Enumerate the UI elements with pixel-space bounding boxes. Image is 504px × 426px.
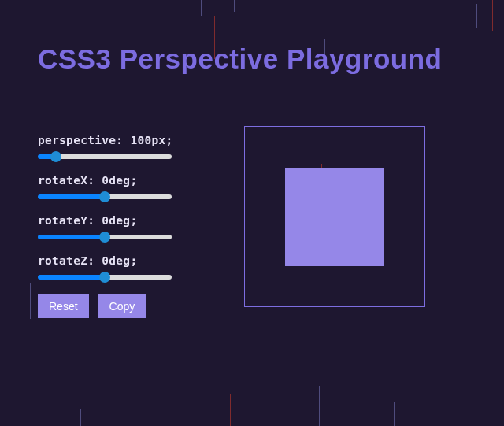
- transformed-box: [285, 168, 384, 266]
- perspective-stage: [244, 126, 425, 307]
- decorative-line: [230, 394, 231, 426]
- reset-button[interactable]: Reset: [38, 294, 89, 318]
- rotatex-label: rotateX: 0deg;: [38, 174, 173, 187]
- decorative-line: [339, 337, 339, 372]
- decorative-line: [469, 350, 469, 398]
- controls-panel: perspective: 100px; rotateX: 0deg; rotat…: [38, 134, 173, 318]
- decorative-line: [80, 409, 81, 426]
- decorative-line: [319, 386, 320, 426]
- rotatey-label: rotateY: 0deg;: [38, 214, 173, 227]
- rotatez-slider[interactable]: [38, 275, 172, 280]
- copy-button[interactable]: Copy: [98, 294, 146, 318]
- perspective-label: perspective: 100px;: [38, 134, 173, 146]
- rotatey-slider[interactable]: [38, 235, 172, 239]
- button-row: Reset Copy: [38, 294, 173, 318]
- page-title: CSS3 Perspective Playground: [38, 43, 466, 75]
- rotatez-label: rotateZ: 0deg;: [38, 254, 173, 267]
- control-row-rotatey: rotateY: 0deg;: [38, 214, 173, 243]
- perspective-slider[interactable]: [38, 154, 172, 159]
- control-row-rotatex: rotateX: 0deg;: [38, 174, 173, 202]
- rotatex-slider[interactable]: [38, 194, 172, 199]
- control-row-rotatez: rotateZ: 0deg;: [38, 254, 173, 283]
- control-row-perspective: perspective: 100px;: [38, 134, 173, 162]
- decorative-line: [394, 402, 395, 426]
